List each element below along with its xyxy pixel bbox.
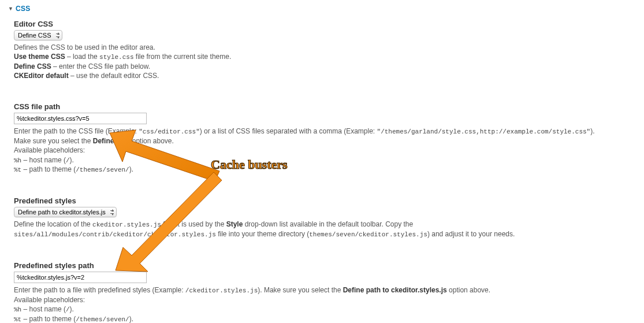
desc-code: %t: [14, 166, 21, 173]
desc-text: Defines the CSS to be used in the editor…: [14, 43, 155, 51]
desc-code: /: [66, 157, 70, 164]
css-file-path-input[interactable]: [14, 113, 147, 124]
desc-code: %h: [14, 157, 21, 164]
collapse-triangle-icon: ▼: [8, 6, 13, 12]
desc-text: ).: [129, 315, 133, 323]
fieldset-body: Editor CSS Define CSS ▴▾ Defines the CSS…: [8, 20, 638, 323]
settings-page: ▼ CSS Editor CSS Define CSS ▴▾ Defines t…: [0, 0, 644, 323]
desc-text: file. It is used by the: [161, 220, 226, 228]
css-file-path-label: CSS file path: [14, 102, 638, 111]
desc-text: Enter the path to a file with predefined…: [14, 286, 185, 294]
desc-text: ) or a list of CSS files separated with …: [200, 127, 377, 135]
desc-text: drop-down list available in the default …: [243, 220, 413, 228]
desc-text: ).: [70, 156, 74, 164]
editor-css-select-wrap: Define CSS ▴▾: [14, 30, 62, 40]
desc-text: Make sure you select the: [14, 137, 93, 145]
predefined-styles-select-wrap: Define path to ckeditor.styles.js ▴▾: [14, 207, 117, 217]
desc-text: ).: [70, 305, 74, 313]
desc-code: "css/editor.css": [139, 128, 200, 135]
desc-bold: CKEditor default: [14, 72, 69, 80]
css-file-path-description: Enter the path to the CSS file (Example:…: [14, 127, 638, 175]
desc-text: ) and adjust it to your needs.: [427, 230, 515, 238]
editor-css-description: Defines the CSS to be used in the editor…: [14, 43, 638, 80]
desc-code: %h: [14, 306, 21, 313]
desc-code: /: [66, 306, 70, 313]
desc-text: – host name (: [21, 305, 66, 313]
desc-text: file into your theme directory (: [216, 230, 309, 238]
predefined-styles-item: Predefined styles Define path to ckedito…: [14, 196, 638, 239]
desc-code: ckeditor.styles.js: [92, 221, 161, 228]
desc-bold: Define CSS: [14, 62, 51, 70]
desc-code: "/themes/garland/style.css,http://exampl…: [377, 128, 591, 135]
desc-text: Available placeholders:: [14, 146, 85, 154]
predefined-styles-label: Predefined styles: [14, 196, 638, 205]
fieldset-legend[interactable]: ▼ CSS: [8, 5, 638, 13]
desc-text: Available placeholders:: [14, 296, 85, 304]
css-file-path-item: CSS file path Enter the path to the CSS …: [14, 102, 638, 175]
desc-bold: Use theme CSS: [14, 53, 65, 61]
predefined-styles-path-input[interactable]: [14, 272, 147, 283]
desc-code: sites/all/modules/contrib/ckeditor/ckedi…: [14, 231, 216, 238]
desc-bold: Define path to ckeditor.styles.js: [343, 286, 447, 294]
desc-bold: Style: [226, 220, 243, 228]
predefined-styles-select[interactable]: Define path to ckeditor.styles.js: [14, 207, 117, 217]
desc-code: style.css: [99, 54, 133, 61]
desc-text: – load the: [65, 53, 99, 61]
desc-text: ). Make sure you select the: [258, 286, 343, 294]
editor-css-item: Editor CSS Define CSS ▴▾ Defines the CSS…: [14, 20, 638, 80]
desc-code: /ckeditor.styles.js: [185, 287, 258, 294]
predefined-styles-path-description: Enter the path to a file with predefined…: [14, 285, 638, 323]
fieldset-title-link[interactable]: CSS: [16, 5, 31, 13]
desc-text: ).: [590, 127, 594, 135]
desc-text: – path to theme (: [21, 165, 76, 173]
predefined-styles-path-label: Predefined styles path: [14, 261, 638, 270]
desc-text: Define the location of the: [14, 220, 92, 228]
desc-code: /themes/seven/: [76, 316, 129, 323]
desc-text: – use the default editor CSS.: [69, 72, 159, 80]
desc-text: option above.: [130, 137, 173, 145]
desc-text: file from the current site theme.: [134, 53, 232, 61]
desc-text: Enter the path to the CSS file (Example:: [14, 127, 139, 135]
desc-text: – path to theme (: [21, 315, 76, 323]
desc-bold: Define CSS: [93, 137, 131, 145]
desc-text: – enter the CSS file path below.: [51, 62, 150, 70]
desc-code: themes/seven/ckeditor.styles.js: [309, 231, 427, 238]
editor-css-select[interactable]: Define CSS: [14, 30, 62, 40]
predefined-styles-description: Define the location of the ckeditor.styl…: [14, 220, 638, 239]
editor-css-label: Editor CSS: [14, 20, 638, 28]
desc-code: %t: [14, 316, 21, 323]
desc-text: ).: [129, 165, 133, 173]
desc-text: – host name (: [21, 156, 66, 164]
desc-text: option above.: [447, 286, 490, 294]
desc-code: /themes/seven/: [76, 166, 129, 173]
predefined-styles-path-item: Predefined styles path Enter the path to…: [14, 261, 638, 323]
